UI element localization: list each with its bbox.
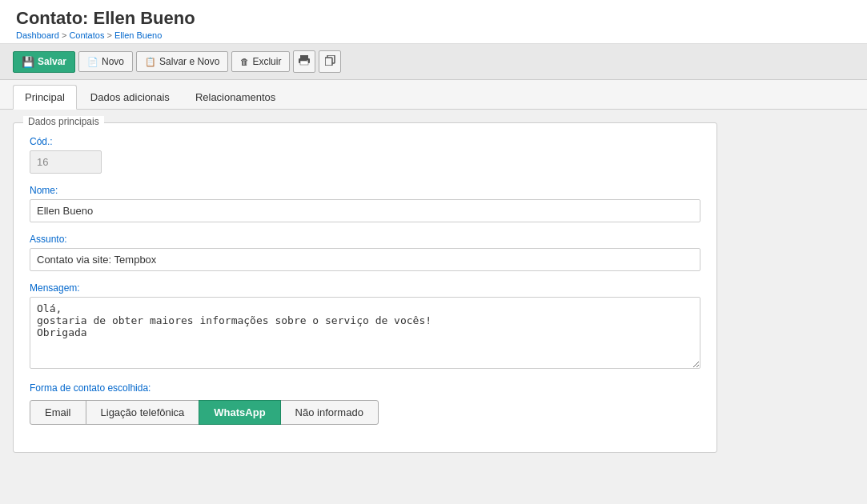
svg-rect-5	[325, 58, 332, 66]
nome-input[interactable]	[30, 199, 700, 222]
contact-method-group: Email Ligação telefônica WhatsApp Não in…	[30, 400, 700, 425]
save-button[interactable]: 💾 Salvar	[13, 51, 75, 73]
new-icon: 📄	[87, 57, 98, 67]
delete-icon: 🗑	[240, 57, 249, 66]
content-area: Dados principais Cód.: Nome: Assunto: Me…	[0, 110, 867, 466]
toolbar: 💾 Salvar 📄 Novo 📋 Salvar e Novo 🗑 Exclui…	[0, 44, 867, 80]
breadcrumb-current[interactable]: Ellen Bueno	[114, 30, 162, 40]
copy-button[interactable]	[319, 50, 341, 73]
assunto-label: Assunto:	[30, 234, 700, 245]
new-button[interactable]: 📄 Novo	[78, 51, 133, 72]
tab-dados-adicionais[interactable]: Dados adicionais	[78, 85, 182, 109]
print-icon	[299, 55, 310, 68]
cod-group: Cód.:	[30, 136, 700, 174]
breadcrumb: Dashboard > Contatos > Ellen Bueno	[16, 30, 851, 40]
mensagem-textarea[interactable]: Olá, gostaria de obter maiores informaçõ…	[30, 297, 700, 369]
nome-label: Nome:	[30, 185, 700, 196]
tab-relacionamentos[interactable]: Relacionamentos	[183, 85, 287, 109]
mensagem-group: Mensagem: Olá, gostaria de obter maiores…	[30, 282, 700, 371]
page-header: Contato: Ellen Bueno Dashboard > Contato…	[0, 0, 867, 44]
print-button[interactable]	[293, 50, 315, 73]
svg-rect-0	[300, 55, 308, 58]
breadcrumb-contatos[interactable]: Contatos	[69, 30, 104, 40]
breadcrumb-dashboard[interactable]: Dashboard	[16, 30, 59, 40]
contato-group: Forma de contato escolhida: Email Ligaçã…	[30, 382, 700, 425]
contact-whatsapp-button[interactable]: WhatsApp	[199, 400, 280, 425]
contact-phone-button[interactable]: Ligação telefônica	[86, 400, 200, 425]
nome-group: Nome:	[30, 185, 700, 222]
save-new-button[interactable]: 📋 Salvar e Novo	[136, 51, 228, 72]
save-icon: 💾	[22, 56, 34, 68]
assunto-input[interactable]	[30, 248, 700, 271]
contact-uninformed-button[interactable]: Não informado	[280, 400, 379, 425]
tabs-bar: Principal Dados adicionais Relacionament…	[0, 80, 867, 110]
section-legend: Dados principais	[23, 116, 104, 127]
cod-label: Cód.:	[30, 136, 700, 147]
svg-point-3	[307, 60, 308, 62]
contato-label: Forma de contato escolhida:	[30, 382, 700, 394]
delete-button[interactable]: 🗑 Excluir	[231, 51, 290, 72]
page-title: Contato: Ellen Bueno	[16, 8, 851, 29]
save-new-icon: 📋	[145, 57, 156, 67]
cod-input[interactable]	[30, 150, 102, 174]
copy-icon	[325, 55, 335, 68]
mensagem-label: Mensagem:	[30, 282, 700, 294]
form-section: Dados principais Cód.: Nome: Assunto: Me…	[13, 122, 717, 453]
contact-email-button[interactable]: Email	[30, 400, 86, 425]
tab-principal[interactable]: Principal	[13, 85, 77, 110]
assunto-group: Assunto:	[30, 234, 700, 271]
